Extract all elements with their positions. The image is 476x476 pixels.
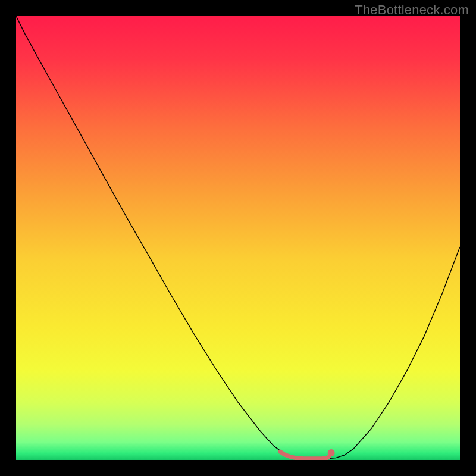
watermark-label: TheBottleneck.com [355, 2, 469, 18]
chart-frame: TheBottleneck.com [0, 0, 476, 476]
plot-background [16, 16, 460, 460]
plot-area [16, 16, 460, 460]
optimal-end-dot [328, 449, 335, 456]
bottleneck-chart-svg [16, 16, 460, 460]
